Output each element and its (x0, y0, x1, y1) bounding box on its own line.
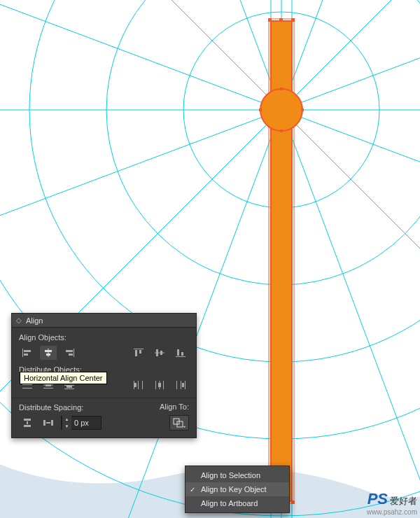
svg-rect-22 (291, 500, 295, 504)
spacing-input[interactable] (71, 419, 101, 427)
align-objects-row (19, 346, 189, 360)
watermark-text: 爱好者 (390, 496, 417, 507)
svg-rect-59 (66, 386, 72, 388)
svg-rect-20 (291, 18, 295, 22)
svg-rect-45 (176, 356, 186, 357)
svg-rect-19 (268, 18, 272, 22)
svg-rect-29 (280, 130, 283, 132)
svg-rect-33 (48, 349, 49, 357)
dist-space-v-button[interactable] (19, 416, 36, 430)
svg-rect-49 (22, 384, 32, 385)
svg-rect-31 (24, 350, 31, 352)
svg-rect-69 (181, 381, 181, 389)
svg-rect-40 (135, 350, 137, 356)
align-right-button[interactable] (61, 346, 78, 360)
svg-rect-57 (64, 385, 74, 386)
svg-rect-70 (185, 381, 186, 389)
watermark: PS 爱好者 www.psahz.com (367, 490, 417, 517)
svg-rect-71 (182, 383, 184, 387)
dist-right-button[interactable] (172, 378, 189, 392)
distribute-spacing-label: Distribute Spacing: (19, 403, 102, 412)
dist-hcenter-button[interactable] (151, 378, 168, 392)
svg-rect-63 (134, 383, 136, 387)
svg-rect-61 (138, 381, 139, 389)
align-objects-label: Align Objects: (19, 333, 189, 342)
svg-rect-46 (177, 349, 179, 356)
svg-rect-36 (74, 349, 74, 357)
align-to-dropdown[interactable] (169, 415, 189, 430)
svg-rect-37 (66, 350, 73, 352)
svg-rect-30 (22, 349, 23, 357)
svg-rect-67 (158, 383, 161, 387)
svg-point-4 (29, 0, 420, 362)
svg-rect-34 (45, 350, 52, 352)
svg-rect-62 (142, 381, 143, 389)
menu-align-selection[interactable]: Align to Selection (186, 468, 289, 482)
tooltip-hcenter: Horizontal Align Center (20, 372, 107, 384)
svg-rect-26 (259, 108, 262, 111)
menu-align-artboard[interactable]: Align to Artboard (186, 496, 289, 510)
svg-rect-38 (69, 354, 73, 356)
align-bottom-button[interactable] (172, 346, 189, 360)
menu-item-label: Align to Key Object (201, 485, 267, 493)
svg-rect-23 (279, 18, 283, 22)
align-left-button[interactable] (19, 346, 36, 360)
svg-rect-35 (46, 354, 50, 356)
align-hcenter-button[interactable] (40, 346, 57, 360)
svg-rect-54 (43, 388, 53, 388)
svg-point-25 (260, 89, 302, 131)
spacing-stepper[interactable]: ▲ ▼ (62, 416, 71, 430)
artboard-canvas[interactable] (0, 0, 420, 518)
align-vcenter-button[interactable] (151, 346, 168, 360)
svg-rect-66 (163, 381, 164, 389)
align-to-menu[interactable]: Align to Selection ✓ Align to Key Object… (185, 465, 290, 513)
stepper-down[interactable]: ▼ (62, 423, 71, 430)
svg-rect-75 (43, 420, 46, 426)
menu-item-label: Align to Artboard (201, 499, 258, 507)
svg-rect-74 (27, 421, 28, 424)
svg-point-6 (0, 0, 420, 516)
svg-rect-58 (64, 388, 74, 389)
svg-rect-44 (160, 351, 162, 355)
svg-rect-72 (24, 419, 31, 421)
svg-rect-47 (181, 352, 183, 356)
svg-rect-77 (46, 422, 50, 424)
svg-rect-64 (155, 381, 156, 389)
svg-rect-27 (301, 108, 304, 111)
guide-circles (0, 0, 420, 516)
svg-rect-60 (134, 381, 134, 389)
svg-rect-43 (156, 349, 158, 356)
dist-left-button[interactable] (130, 378, 147, 392)
svg-rect-28 (280, 88, 283, 90)
panel-header[interactable]: ◇ Align (12, 314, 196, 328)
stepper-up[interactable]: ▲ (62, 416, 71, 423)
dist-space-h-button[interactable] (40, 416, 57, 430)
svg-rect-73 (24, 425, 31, 427)
menu-item-label: Align to Selection (201, 471, 260, 479)
watermark-url: www.psahz.com (367, 508, 417, 517)
svg-rect-68 (176, 381, 177, 389)
guide-radials (0, 0, 420, 518)
svg-rect-32 (24, 354, 28, 356)
align-to-label: Align To: (160, 402, 189, 411)
svg-rect-76 (51, 420, 53, 426)
svg-point-3 (106, 0, 420, 285)
svg-rect-41 (139, 350, 141, 354)
spacing-input-wrapper[interactable]: ▲ ▼ (61, 416, 102, 430)
panel-title: Align (26, 316, 43, 325)
watermark-brand: PS (368, 490, 388, 508)
svg-rect-50 (22, 388, 32, 388)
panel-collapse-icon[interactable]: ◇ (16, 317, 22, 324)
svg-rect-39 (134, 349, 144, 349)
align-top-button[interactable] (130, 346, 147, 360)
check-icon: ✓ (190, 486, 195, 493)
menu-align-key-object[interactable]: ✓ Align to Key Object (186, 482, 289, 496)
